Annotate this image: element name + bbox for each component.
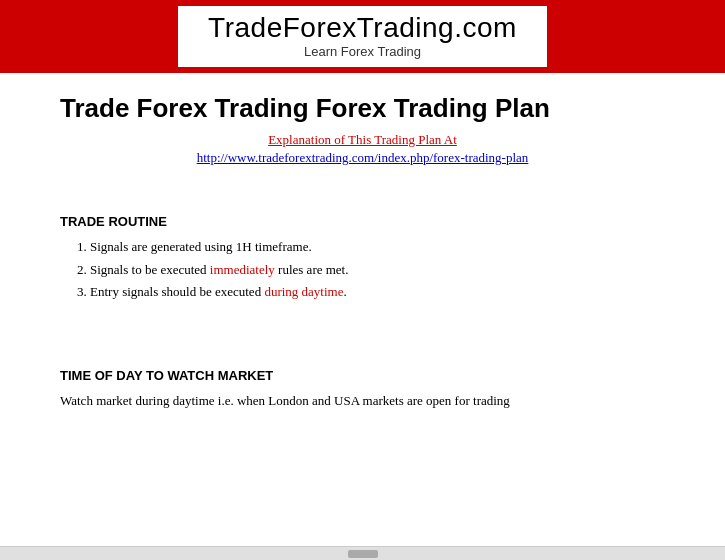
section-body-time-of-day: Watch market during daytime i.e. when Lo…	[60, 391, 665, 411]
list-item: Signals are generated using 1H timeframe…	[90, 237, 665, 257]
explanation-line: Explanation of This Trading Plan At	[60, 130, 665, 148]
section-heading-trade-routine: TRADE ROUTINE	[60, 214, 665, 229]
explanation-text: Explanation of This Trading Plan At	[268, 132, 457, 147]
list-item: Signals to be executed immediately rules…	[90, 260, 665, 280]
highlight-daytime: during daytime	[264, 284, 343, 299]
header-bar: TradeForexTrading.com Learn Forex Tradin…	[0, 0, 725, 73]
scrollbar-area[interactable]	[0, 546, 725, 560]
section-time-of-day: TIME OF DAY TO WATCH MARKET Watch market…	[60, 368, 665, 411]
header-logo-box: TradeForexTrading.com Learn Forex Tradin…	[178, 6, 547, 67]
explanation-link[interactable]: http://www.tradeforextrading.com/index.p…	[60, 150, 665, 166]
section-trade-routine: TRADE ROUTINE Signals are generated usin…	[60, 214, 665, 302]
site-name: TradeForexTrading.com	[208, 12, 517, 44]
header-tagline: Learn Forex Trading	[208, 44, 517, 59]
page-wrapper: TradeForexTrading.com Learn Forex Tradin…	[0, 0, 725, 560]
main-content: Trade Forex Trading Forex Trading Plan E…	[0, 73, 725, 546]
list-item: Entry signals should be executed during …	[90, 282, 665, 302]
page-title: Trade Forex Trading Forex Trading Plan	[60, 93, 665, 124]
trade-routine-list: Signals are generated using 1H timeframe…	[90, 237, 665, 302]
scrollbar-thumb[interactable]	[348, 550, 378, 558]
highlight-immediately: immediately	[210, 262, 275, 277]
section-heading-time-of-day: TIME OF DAY TO WATCH MARKET	[60, 368, 665, 383]
